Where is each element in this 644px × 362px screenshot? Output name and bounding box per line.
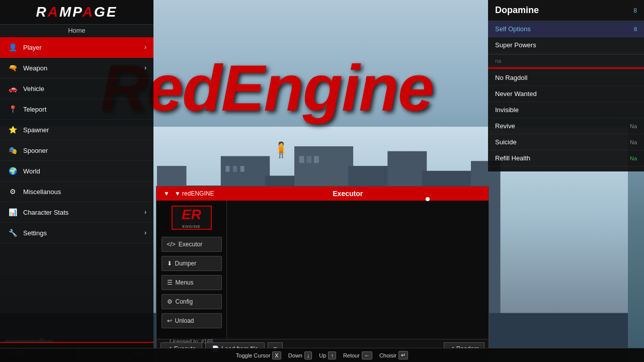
retour-key[interactable]: ← [362,351,372,359]
player-icon: 👤 [7,42,18,53]
sidebar-item-vehicle[interactable]: 🚗 Vehicle [0,78,153,99]
sidebar-item-label: Character Stats [23,209,144,216]
sidebar-item-world[interactable]: 🌍 World [0,161,153,182]
executor-code-panel [227,201,489,339]
vehicle-icon: 🚗 [7,83,18,94]
sidebar-item-weapon[interactable]: 🔫 Weapon › [0,58,153,78]
svg-rect-15 [314,156,319,163]
re-logo-box: ER ENGINE [172,206,212,230]
rampage-header: RAMPAGE [0,0,153,25]
config-button[interactable]: ⚙ Config [162,294,222,309]
retour-item: Retour ← [343,351,372,359]
dopamine-item-suicide[interactable]: Suicide Na [488,134,644,150]
left-sidebar: RAMPAGE Home 👤 Player › 🔫 Weapon › 🚗 Veh… [0,0,153,362]
badge-count: 8 [634,26,637,32]
teleport-icon: 📍 [7,104,18,115]
svg-rect-13 [299,156,304,163]
down-label: Down [288,352,302,358]
retour-label: Retour [343,352,360,358]
executor-button[interactable]: </> Executor [162,237,222,252]
dopamine-title: Dopamine [495,5,539,16]
dopamine-header: Dopamine 8 [488,0,644,21]
dopamine-item-self-options[interactable]: Self Options 8 [488,21,644,37]
dumper-label: Dumper [175,260,197,267]
sidebar-item-misc[interactable]: ⚙ Miscellanous [0,182,153,202]
character-sprite: 🧍 [272,141,290,158]
executor-panel: ▼ ▼ redENGINE Executor ER ENGINE </> Exe… [156,186,489,362]
sidebar-item-label: World [23,167,146,175]
dopamine-badge: 8 [633,7,637,14]
dopamine-item-refill-health[interactable]: Refill Health Na [488,150,644,166]
dopamine-item-no-ragdoll[interactable]: No Ragdoll [488,70,644,86]
svg-rect-10 [226,166,230,172]
unload-label: Unload [175,317,194,324]
sidebar-item-label: Spawner [23,126,146,134]
stats-icon: 📊 [7,207,18,218]
code-editor[interactable] [227,201,489,339]
sidebar-item-character-stats[interactable]: 📊 Character Stats › [0,202,153,223]
right-sidebar: Dopamine 8 Self Options 8 Super Powers n… [488,0,644,171]
settings-icon: 🔧 [7,227,18,238]
svg-rect-11 [233,166,237,172]
executor-title-bar: ▼ ▼ redENGINE Executor [156,187,489,201]
sidebar-item-label: Weapon [23,64,144,72]
sidebar-item-label: Spooner [23,147,146,154]
dopamine-item-super-powers[interactable]: Super Powers [488,37,644,53]
dumper-icon: ⬇ [167,260,172,267]
sidebar-item-label: Vehicle [23,85,146,93]
sidebar-item-spooner[interactable]: 🎭 Spooner [0,140,153,161]
menus-icon: ☰ [167,279,173,286]
weapon-icon: 🔫 [7,62,18,73]
up-item: Up ↑ [319,351,336,359]
up-key[interactable]: ↑ [328,351,336,359]
choisir-key[interactable]: ↵ [398,351,408,359]
sidebar-item-teleport[interactable]: 📍 Teleport [0,99,153,120]
sidebar-item-player[interactable]: 👤 Player › [0,37,153,58]
spooner-icon: 🎭 [7,145,18,156]
revive-badge: Na [630,123,637,129]
dopamine-item-na: na [488,56,644,66]
redengine-label: ▼ redENGINE [175,190,214,197]
up-label: Up [319,352,326,358]
svg-rect-12 [240,166,245,172]
bottom-bar: Toggle Cursor X Down ↓ Up ↑ Retour ← Cho… [0,348,644,362]
toggle-cursor-label: Toggle Cursor [236,352,270,358]
sidebar-item-label: Teleport [23,106,146,113]
arrow-icon: › [144,229,146,236]
refill-badge: Na [630,155,637,161]
dopamine-item-revive[interactable]: Revive Na [488,118,644,134]
menus-label: Menus [176,279,194,286]
choisir-item: Choisir ↵ [379,351,408,359]
sidebar-item-settings[interactable]: 🔧 Settings › [0,223,153,243]
red-divider [488,67,644,69]
menus-button[interactable]: ☰ Menus [162,275,222,290]
divider [488,54,644,55]
dopamine-item-invisible[interactable]: Invisible [488,102,644,118]
executor-btn-icon: </> [167,241,176,248]
sidebar-item-label: Settings [23,229,144,237]
sidebar-item-label: Miscellanous [23,188,146,196]
re-logo: ER [182,207,201,223]
toggle-cursor-item: Toggle Cursor X [236,351,281,359]
down-key[interactable]: ↓ [304,351,312,359]
spawner-icon: ⭐ [7,124,18,135]
re-logo-subtext: ENGINE [182,224,201,229]
collapse-arrow-icon: ▼ [164,190,170,197]
executor-btn-label: Executor [179,241,202,248]
executor-left-panel: ER ENGINE </> Executor ⬇ Dumper ☰ Menus … [156,201,227,339]
executor-collapse-button[interactable]: ▼ ▼ redENGINE [164,190,214,197]
svg-rect-14 [306,156,311,163]
toggle-cursor-key[interactable]: X [272,351,281,359]
dopamine-item-never-wanted[interactable]: Never Wanted [488,86,644,102]
arrow-icon: › [144,44,146,51]
unload-icon: ↩ [167,317,172,324]
misc-icon: ⚙ [7,186,18,197]
unload-button[interactable]: ↩ Unload [162,313,222,328]
sidebar-item-spawner[interactable]: ⭐ Spawner [0,120,153,140]
choisir-label: Choisir [379,352,396,358]
rampage-logo: RAMPAGE [0,4,153,20]
dumper-button[interactable]: ⬇ Dumper [162,256,222,271]
config-label: Config [176,298,193,305]
home-label: Home [0,25,153,37]
sidebar-item-label: Player [23,44,144,51]
